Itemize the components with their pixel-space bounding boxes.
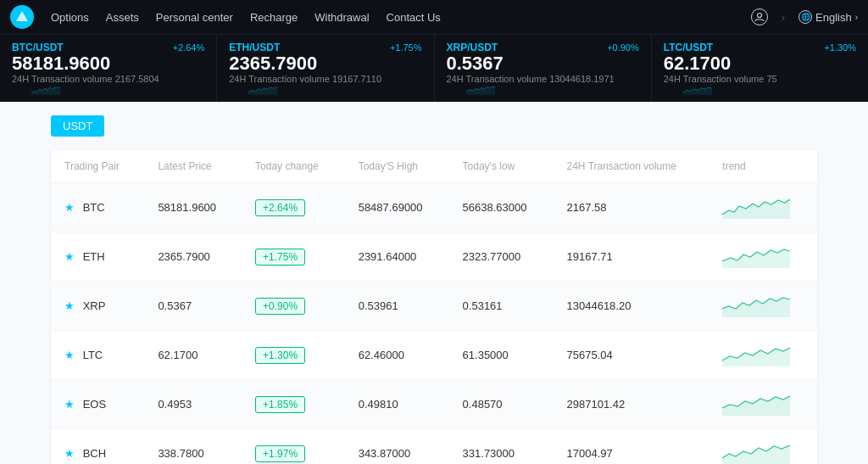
change-badge: +2.64% xyxy=(255,199,305,216)
cell-change: +1.97% xyxy=(242,429,345,465)
nav-personal[interactable]: Personal center xyxy=(156,11,233,24)
nav-contact[interactable]: Contact Us xyxy=(387,11,441,24)
change-badge: +1.75% xyxy=(255,249,305,266)
change-badge: +1.97% xyxy=(255,445,305,462)
favorite-star-icon[interactable]: ★ xyxy=(64,250,75,263)
pair-name: LTC xyxy=(83,349,103,361)
ticker-ltc-pair: LTC/USDT xyxy=(664,42,713,53)
th-latest-price: Latest Price xyxy=(144,150,242,183)
cell-trend xyxy=(709,429,817,465)
table-row[interactable]: ★ BTC 58181.9600 +2.64% 58487.69000 5663… xyxy=(51,183,817,232)
trend-chart xyxy=(722,390,790,416)
th-today-high: Today'S High xyxy=(345,150,449,183)
favorite-star-icon[interactable]: ★ xyxy=(64,299,75,312)
nav-withdrawal[interactable]: Withdrawal xyxy=(314,11,369,24)
cell-low: 0.53161 xyxy=(449,282,554,331)
favorite-star-icon[interactable]: ★ xyxy=(64,201,75,214)
usdt-filter-button[interactable]: USDT xyxy=(51,115,104,137)
favorite-star-icon[interactable]: ★ xyxy=(64,398,75,411)
cell-price: 58181.9600 xyxy=(144,183,242,232)
cell-price: 0.4953 xyxy=(144,380,242,429)
table-row[interactable]: ★ EOS 0.4953 +1.85% 0.49810 0.48570 2987… xyxy=(51,380,817,429)
change-badge: +1.30% xyxy=(255,347,305,364)
globe-icon: 🌐 xyxy=(798,10,812,24)
nav-recharge[interactable]: Recharge xyxy=(250,11,298,24)
cell-pair: ★ LTC xyxy=(51,331,144,380)
nav-menu: Options Assets Personal center Recharge … xyxy=(51,11,441,24)
cell-volume: 19167.71 xyxy=(554,232,709,282)
pair-name: EOS xyxy=(83,398,106,411)
cell-trend xyxy=(709,380,817,429)
cell-change: +1.75% xyxy=(242,232,345,282)
cell-volume: 75675.04 xyxy=(554,331,709,380)
ticker-btc[interactable]: BTC/USDT +2.64% 58181.9600 24H Transacti… xyxy=(0,35,217,102)
ticker-ltc-price: 62.1700 xyxy=(664,53,856,74)
nav-options[interactable]: Options xyxy=(51,11,89,24)
ticker-xrp[interactable]: XRP/USDT +0.90% 0.5367 24H Transaction v… xyxy=(435,35,652,102)
cell-price: 338.7800 xyxy=(144,429,242,465)
cell-price: 0.5367 xyxy=(144,282,242,331)
table-row[interactable]: ★ XRP 0.5367 +0.90% 0.53961 0.53161 1304… xyxy=(51,282,817,331)
cell-volume: 2167.58 xyxy=(554,183,709,232)
cell-volume: 2987101.42 xyxy=(554,380,709,429)
ticker-ltc-chart xyxy=(664,84,732,95)
ticker-eth-volume: 24H Transaction volume 19167.7110 xyxy=(229,74,421,84)
cell-high: 58487.69000 xyxy=(345,183,449,232)
favorite-star-icon[interactable]: ★ xyxy=(64,349,75,361)
trend-chart xyxy=(722,292,790,317)
language-label: English xyxy=(815,11,852,24)
language-selector[interactable]: 🌐 English › xyxy=(798,10,858,24)
table-row[interactable]: ★ LTC 62.1700 +1.30% 62.46000 61.35000 7… xyxy=(51,331,817,380)
th-trading-pair: Trading Pair xyxy=(51,150,144,183)
ticker-eth-chart xyxy=(229,84,297,95)
cell-high: 62.46000 xyxy=(345,331,449,380)
pair-name: XRP xyxy=(83,299,106,312)
table-row[interactable]: ★ ETH 2365.7900 +1.75% 2391.64000 2323.7… xyxy=(51,232,817,282)
cell-trend xyxy=(709,183,817,232)
ticker-eth-price: 2365.7900 xyxy=(229,53,421,74)
cell-trend xyxy=(709,282,817,331)
cell-low: 56638.63000 xyxy=(449,183,554,232)
cell-low: 2323.77000 xyxy=(449,232,554,282)
user-icon[interactable] xyxy=(751,8,768,25)
nav-assets[interactable]: Assets xyxy=(106,11,139,24)
ticker-eth[interactable]: ETH/USDT +1.75% 2365.7900 24H Transactio… xyxy=(217,35,434,102)
cell-trend xyxy=(709,331,817,380)
th-today-change: Today change xyxy=(242,150,345,183)
navbar-right: › 🌐 English › xyxy=(751,8,858,25)
cell-trend xyxy=(709,232,817,282)
ticker-xrp-pair: XRP/USDT xyxy=(447,42,498,53)
cell-pair: ★ BCH xyxy=(51,429,144,465)
navbar: Options Assets Personal center Recharge … xyxy=(0,0,868,34)
table-header: Trading Pair Latest Price Today change T… xyxy=(51,150,817,183)
cell-high: 0.49810 xyxy=(345,380,449,429)
market-table-container: Trading Pair Latest Price Today change T… xyxy=(51,150,817,464)
cell-low: 0.48570 xyxy=(449,380,554,429)
cell-low: 331.73000 xyxy=(449,429,554,465)
change-badge: +0.90% xyxy=(255,298,305,315)
cell-high: 0.53961 xyxy=(345,282,449,331)
trend-chart xyxy=(722,193,790,219)
svg-point-1 xyxy=(757,14,761,18)
pair-name: ETH xyxy=(83,250,105,263)
ticker-ltc-volume: 24H Transaction volume 75 xyxy=(664,74,856,84)
ticker-eth-pair: ETH/USDT xyxy=(229,42,280,53)
ticker-btc-chart xyxy=(12,84,80,95)
cell-high: 2391.64000 xyxy=(345,232,449,282)
cell-high: 343.87000 xyxy=(345,429,449,465)
chevron-down-icon: › xyxy=(855,13,858,22)
ticker-ltc-change: +1.30% xyxy=(824,42,856,53)
pair-name: BCH xyxy=(83,447,106,460)
cell-pair: ★ XRP xyxy=(51,282,144,331)
logo[interactable] xyxy=(10,5,34,29)
ticker-xrp-price: 0.5367 xyxy=(447,53,639,74)
favorite-star-icon[interactable]: ★ xyxy=(64,447,75,460)
cell-pair: ★ EOS xyxy=(51,380,144,429)
table-row[interactable]: ★ BCH 338.7800 +1.97% 343.87000 331.7300… xyxy=(51,429,817,465)
divider: › xyxy=(782,11,785,24)
cell-price: 2365.7900 xyxy=(144,232,242,282)
ticker-ltc[interactable]: LTC/USDT +1.30% 62.1700 24H Transaction … xyxy=(652,35,868,102)
th-volume: 24H Transaction volume xyxy=(554,150,709,183)
cell-pair: ★ ETH xyxy=(51,232,144,282)
change-badge: +1.85% xyxy=(255,396,305,413)
